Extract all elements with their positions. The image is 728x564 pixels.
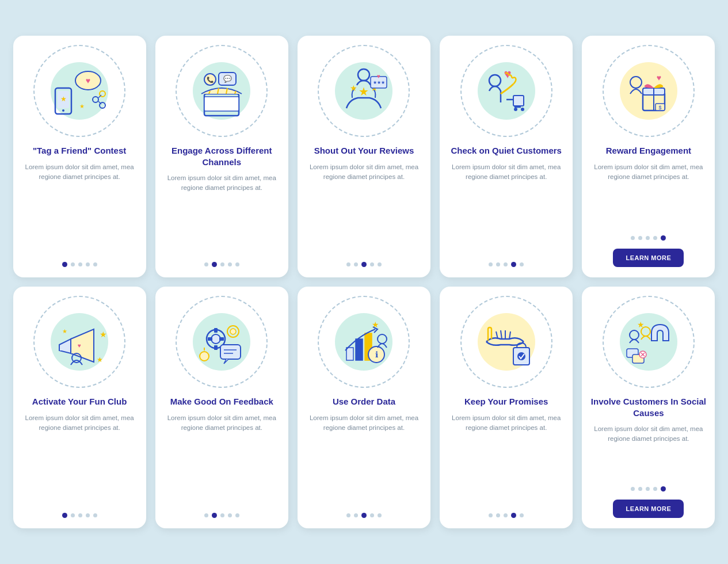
dot-2: [638, 487, 642, 491]
svg-point-2: [62, 109, 64, 112]
card-body-quiet-customers: Lorem ipsum dolor sit dim amet, mea regi…: [448, 162, 565, 254]
card-icon-quiet-customers: ♥: [460, 45, 552, 137]
svg-text:♥: ♥: [78, 342, 81, 349]
dot-4: [511, 262, 516, 267]
dot-5: [93, 513, 97, 517]
svg-text:📞: 📞: [207, 76, 214, 83]
dot-4: [228, 262, 232, 266]
svg-text:💬: 💬: [223, 74, 232, 83]
card-tag-friend: ★ ♥ ★ "Tag a Friend" Contest Lorem ipsum…: [13, 36, 146, 277]
dots-reward-engagement: [631, 235, 666, 241]
card-body-engage-channels: Lorem ipsum dolor sit dim amet, mea regi…: [163, 173, 280, 254]
svg-point-25: [358, 69, 369, 81]
svg-point-33: [521, 108, 524, 111]
dot-5: [378, 262, 382, 266]
svg-rect-31: [513, 96, 524, 106]
learn-more-button-involve[interactable]: LEARN MORE: [613, 500, 684, 518]
dots-activate-fun: [62, 513, 97, 518]
svg-rect-50: [208, 337, 212, 341]
card-keep-promises: Keep Your Promises Lorem ipsum dolor sit…: [440, 287, 573, 528]
dot-5: [93, 262, 97, 266]
dot-3: [504, 513, 508, 517]
card-title-tag-friend: "Tag a Friend" Contest: [33, 145, 126, 157]
svg-point-68: [630, 330, 639, 340]
card-icon-involve-customers: ★: [603, 296, 695, 388]
dot-2: [354, 262, 358, 266]
card-title-use-order: Use Order Data: [333, 396, 395, 407]
dot-1: [62, 262, 67, 267]
card-title-quiet-customers: Check on Quiet Customers: [451, 145, 562, 157]
dot-1: [631, 487, 635, 491]
card-make-good: Make Good On Feedback Lorem ipsum dolor …: [155, 287, 288, 528]
dots-shout-reviews: [346, 262, 382, 267]
card-icon-keep-promises: [460, 296, 552, 388]
svg-rect-48: [214, 328, 218, 333]
svg-rect-21: [204, 97, 239, 111]
dot-3: [646, 487, 650, 491]
card-quiet-customers: ♥ Check on Quiet Customers Lorem ipsum d…: [440, 36, 573, 277]
dot-2: [638, 236, 642, 240]
svg-text:♥: ♥: [657, 73, 661, 82]
card-icon-tag-friend: ★ ♥ ★: [33, 45, 125, 137]
card-body-involve-customers: Lorem ipsum dolor sit dim amet, mea regi…: [590, 424, 707, 478]
svg-point-57: [200, 352, 209, 361]
svg-text:★: ★: [637, 320, 645, 329]
dot-5: [520, 513, 524, 517]
learn-more-button-reward[interactable]: LEARN MORE: [613, 249, 684, 267]
dot-4: [86, 513, 90, 517]
card-title-involve-customers: Involve Customers In Social Causes: [590, 396, 707, 418]
card-title-keep-promises: Keep Your Promises: [464, 396, 548, 407]
card-grid: ★ ♥ ★ "Tag a Friend" Contest Lorem ipsum…: [13, 36, 715, 528]
dot-2: [71, 262, 75, 266]
dot-3: [220, 262, 224, 266]
card-title-activate-fun: Activate Your Fun Club: [32, 396, 127, 407]
card-use-order: ★ ℹ Use Order Data Lorem ipsum dolor sit…: [298, 287, 430, 528]
svg-text:★: ★: [62, 328, 67, 334]
dot-4: [370, 262, 374, 266]
dot-5: [235, 262, 239, 266]
svg-rect-51: [219, 337, 224, 341]
dot-4: [228, 513, 232, 517]
dot-5: [661, 486, 666, 491]
svg-point-30: [489, 75, 501, 86]
dot-1: [631, 236, 635, 240]
card-activate-fun: ★ ★ ★ ♥ Activate Your Fun Club Lorem ips…: [13, 287, 146, 528]
card-reward-engagement: ♥ $ Reward Engagement Lorem ipsum dolor …: [582, 36, 715, 277]
svg-text:★: ★: [359, 85, 369, 98]
card-title-reward-engagement: Reward Engagement: [606, 145, 691, 157]
dots-involve-customers: [631, 486, 666, 491]
dots-make-good: [204, 513, 239, 518]
card-body-use-order: Lorem ipsum dolor sit dim amet, mea regi…: [306, 413, 422, 505]
card-icon-activate-fun: ★ ★ ★ ♥: [33, 296, 125, 388]
card-body-shout-reviews: Lorem ipsum dolor sit dim amet, mea regi…: [306, 162, 422, 254]
svg-point-47: [211, 334, 220, 344]
card-body-keep-promises: Lorem ipsum dolor sit dim amet, mea regi…: [448, 413, 565, 505]
card-icon-use-order: ★ ℹ: [318, 296, 410, 388]
svg-point-67: [517, 352, 525, 360]
svg-point-65: [378, 334, 387, 344]
svg-text:★: ★: [79, 103, 85, 109]
svg-text:♥: ♥: [378, 73, 381, 79]
dot-2: [71, 513, 75, 517]
card-title-make-good: Make Good On Feedback: [170, 396, 273, 407]
svg-rect-59: [346, 348, 353, 360]
svg-text:♥: ♥: [86, 76, 90, 85]
dot-1: [346, 262, 350, 266]
svg-text:★: ★: [97, 356, 103, 364]
card-body-tag-friend: Lorem ipsum dolor sit dim amet, mea regi…: [21, 162, 138, 254]
dot-1: [346, 513, 350, 517]
card-involve-customers: ★ Involve Customers In Social Causes Lor…: [582, 287, 715, 528]
card-title-shout-reviews: Shout Out Your Reviews: [314, 145, 414, 157]
svg-rect-49: [214, 345, 218, 350]
svg-point-53: [230, 329, 236, 334]
dot-5: [235, 513, 239, 517]
dot-2: [496, 513, 500, 517]
svg-text:★: ★: [60, 95, 67, 103]
svg-text:★: ★: [350, 83, 357, 93]
dot-2: [212, 513, 217, 518]
svg-point-37: [630, 77, 642, 88]
dot-1: [204, 513, 208, 517]
card-title-engage-channels: Engage Across Different Channels: [163, 145, 280, 167]
dots-keep-promises: [489, 513, 524, 518]
card-icon-reward-engagement: ♥ $: [603, 45, 695, 137]
